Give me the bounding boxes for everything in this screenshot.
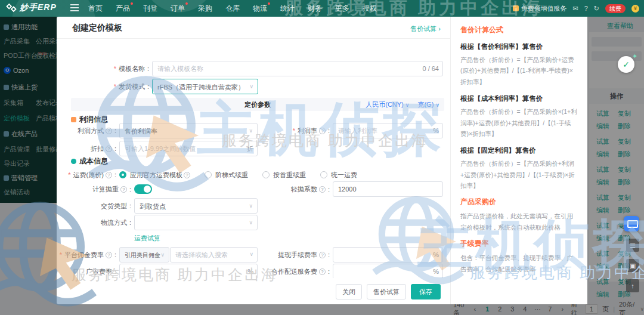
nav-item[interactable]: 采购 (198, 4, 212, 14)
freight-option-official[interactable]: 应用官方运费模板 (119, 171, 190, 180)
freight-option-firstweight[interactable]: 按首重续重 (262, 171, 306, 180)
delivery-mode-label: 发货模式 (69, 79, 149, 94)
freight-label: 运费(原价) (57, 167, 116, 183)
delivery-mode-select[interactable]: rFBS（适用于跨境自营卖家）∨ (152, 79, 258, 94)
info-icon[interactable] (120, 186, 127, 193)
chevron-down-icon: ∨ (435, 102, 439, 108)
profit-method-label: 利润方式 (57, 123, 116, 138)
commission-type-select[interactable]: 引用类目佣金∨ (119, 247, 169, 262)
info-icon[interactable] (106, 146, 112, 152)
throw-factor-input[interactable] (333, 181, 443, 197)
free-gift-link[interactable]: 免费领增值服务 (513, 4, 566, 13)
purchase-price-heading: 产品采购价 (460, 197, 578, 207)
profit-rate-label: 利润率 (259, 123, 330, 138)
freight-option-tiered[interactable]: 阶梯式续重 (205, 171, 248, 180)
info-icon[interactable] (319, 252, 326, 258)
info-icon[interactable] (319, 128, 326, 134)
char-counter: 0 / 64 (422, 61, 439, 76)
freight-trial-link[interactable]: 运费试算 (134, 234, 160, 243)
throw-weight-toggle[interactable] (134, 184, 152, 194)
help-icon[interactable]: ? (584, 5, 588, 12)
formula-body: 产品售价（折前价）=【产品采购价×(1+利润率)+运费(原价)+其他费用】/【(… (460, 106, 578, 139)
formula-body: 产品售价（折前价）=【产品采购价+利润+运费(原价)+其他费用】/【(1-手续费… (460, 158, 578, 191)
formula-body: 产品售价（折前价）=【产品采购价+运费(原价)+其他费用】/【(1-利润率-手续… (460, 54, 578, 87)
commission-label: 平台佣金费率 (57, 247, 116, 262)
chevron-down-icon: ∨ (249, 215, 253, 231)
nav-item[interactable]: 物流 (253, 4, 267, 14)
throw-factor-label: 轻抛系数 (259, 181, 330, 197)
nav-item[interactable]: 统计 (280, 4, 295, 14)
coin-icon[interactable]: ¥ (631, 5, 639, 13)
template-name-input[interactable] (152, 61, 443, 76)
section-icon (71, 117, 76, 122)
profit-method-select[interactable]: 售价利润率∨ (119, 123, 258, 138)
nav-item[interactable]: 刊登 (143, 4, 157, 14)
radio-icon (119, 171, 126, 178)
cost-section-header: 成本信息 (71, 156, 108, 166)
brand-name: 妙手ERP (20, 2, 57, 13)
section-icon (71, 159, 76, 164)
formula-heading: 根据【成本利润率】算售价 (460, 94, 578, 103)
profit-rate-input[interactable] (333, 123, 443, 138)
withdraw-fee-input[interactable] (333, 247, 443, 262)
modal-title: 创建定价模板 (72, 23, 122, 33)
info-icon[interactable] (106, 128, 112, 134)
info-icon[interactable] (106, 252, 112, 258)
save-button[interactable]: 保存 (411, 284, 441, 299)
nav-item[interactable]: 财务 (308, 4, 322, 14)
commission-search-input[interactable] (170, 247, 258, 262)
discount-input[interactable] (119, 141, 258, 156)
ad-rate-label: 广告费率 (57, 264, 116, 278)
formula-heading: 根据【售价利润率】算售价 (460, 42, 578, 51)
refresh-icon[interactable]: ↻ (594, 5, 599, 13)
customer-service-button[interactable]: ☰ (626, 239, 639, 252)
create-pricing-template-modal: 创建定价模板 售价试算 › 模板名称 0 / 64 发货模式 rFBS（适用于跨… (57, 17, 450, 304)
nav-item[interactable]: 仓库 (225, 4, 240, 14)
currency-select[interactable]: 人民币(CNY) ∨ (366, 98, 409, 112)
modal-footer: 关闭 售价试算 保存 (57, 278, 450, 304)
close-button[interactable]: 关闭 (336, 284, 362, 299)
top-navbar: 妙手ERP 首页产品刊登订单采购仓库物流统计财务更多授权 免费领增值服务 ✉ ?… (0, 0, 644, 17)
chevron-down-icon: ∨ (249, 247, 253, 262)
chat-widget-button[interactable] (624, 216, 639, 231)
modal-body: 模板名称 0 / 64 发货模式 rFBS（适用于跨境自营卖家）∨ 定价参数 人… (57, 38, 450, 278)
info-icon[interactable] (184, 172, 190, 178)
radio-icon (262, 171, 270, 178)
feedback-button[interactable]: ▣ (626, 259, 639, 272)
price-trial-link[interactable]: 售价试算 › (410, 24, 441, 33)
menu-toggle-icon[interactable] (70, 4, 79, 11)
nav-item[interactable]: 授权 (363, 4, 377, 14)
navbar-right: 免费领增值服务 ✉ ? ↻ 续费 ¥ (513, 0, 639, 17)
radio-icon (205, 171, 212, 178)
price-trial-button[interactable]: 售价试算 (367, 284, 406, 299)
ad-rate-input[interactable] (119, 264, 258, 278)
logistics-select[interactable]: ∨ (134, 215, 258, 230)
delivery-type-select[interactable]: 到取货点∨ (134, 198, 258, 214)
coop-fee-input[interactable] (333, 264, 443, 278)
weight-unit-select[interactable]: 克(G) ∨ (417, 98, 439, 112)
info-icon[interactable] (106, 172, 112, 178)
template-name-label: 模板名称 (69, 61, 149, 76)
nav-item[interactable]: 首页 (88, 4, 103, 14)
gift-icon (513, 5, 519, 11)
nav-item[interactable]: 更多 (335, 4, 349, 14)
message-icon[interactable]: ✉ (572, 5, 578, 13)
logistics-label: 物流方式 (72, 215, 131, 230)
nav-item[interactable]: 产品 (116, 4, 130, 14)
withdraw-fee-label: 提现手续费率 (259, 247, 330, 262)
fee-rate-heading: 手续费率 (460, 239, 578, 249)
discount-label: 折扣 (57, 141, 116, 156)
info-icon[interactable] (319, 268, 326, 275)
brand-logo[interactable]: 妙手ERP (6, 2, 57, 13)
delivery-type-label: 交货类型 (72, 198, 131, 214)
info-icon[interactable] (319, 186, 326, 193)
chevron-down-icon: ∨ (405, 102, 410, 108)
renew-badge[interactable]: 续费 (605, 4, 626, 13)
back-to-top-button[interactable]: ↑ (626, 279, 639, 292)
throw-weight-label: 计算抛重 (72, 181, 131, 197)
nav-item[interactable]: 订单 (171, 4, 185, 14)
pricing-formula-panel: 售价计算公式 根据【售价利润率】算售价 产品售价（折前价）=【产品采购价+运费(… (450, 17, 587, 304)
fee-rate-body: 包含：平台佣金费率、提现手续费率、广告费率、合作配送服务费率 (460, 252, 578, 274)
freight-option-flat[interactable]: 统一运费 (320, 171, 357, 180)
app-root: 妙手ERP 首页产品刊登订单采购仓库物流统计财务更多授权 免费领增值服务 ✉ ?… (0, 0, 644, 315)
